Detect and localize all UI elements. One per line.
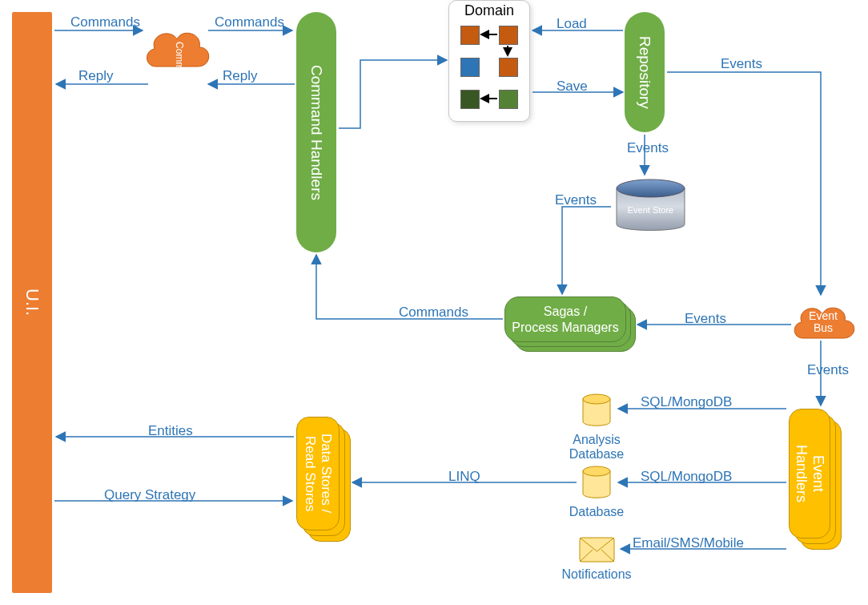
edge-load: Load	[557, 16, 587, 32]
node-analysis-db-label: Analysis Database	[545, 433, 649, 462]
arrows-overlay	[0, 0, 868, 605]
edge-commands-1: Commands	[70, 14, 140, 30]
node-domain-title: Domain	[449, 1, 529, 19]
node-command-handlers-label: Command Handlers	[307, 65, 325, 200]
edge-query-strategy: Query Strategy	[104, 487, 195, 503]
diagram-canvas: U.I. Command Bus Command Handlers Domain	[0, 0, 868, 605]
edge-events-bus-down: Events	[807, 362, 849, 378]
edge-events-repo-out: Events	[721, 56, 762, 72]
node-analysis-db	[581, 393, 613, 429]
edge-linq: LINQ	[448, 469, 480, 485]
small-cylinder-icon	[581, 465, 613, 501]
edge-commands-2: Commands	[215, 14, 284, 30]
node-repository-label: Repository	[636, 36, 653, 109]
node-database	[581, 465, 613, 501]
node-notifications-label: Notifications	[557, 567, 637, 582]
node-data-stores-label: Data Stores / Read Stores	[302, 434, 334, 513]
edge-events-bus-sagas: Events	[685, 311, 726, 327]
node-event-store-label: Event Store	[628, 205, 673, 215]
edge-reply-1: Reply	[78, 68, 113, 84]
node-command-bus-label: Command Bus	[151, 42, 207, 108]
domain-arrows	[449, 19, 529, 115]
node-domain: Domain	[448, 0, 530, 122]
node-data-stores: Data Stores / Read Stores	[296, 417, 352, 541]
edge-email: Email/SMS/Mobile	[633, 535, 744, 551]
svg-point-5	[583, 466, 610, 476]
edge-sql1: SQL/MongoDB	[641, 394, 732, 410]
node-sagas: Sagas / Process Managers	[504, 296, 633, 353]
node-database-label: Database	[565, 505, 629, 519]
edge-commands-sagas: Commands	[399, 305, 468, 321]
node-event-store: Event Store	[613, 176, 689, 236]
node-event-handlers-label: Event Handlers	[793, 445, 826, 502]
cylinder-icon: Event Store	[613, 176, 689, 236]
node-notifications	[579, 537, 615, 563]
node-command-handlers: Command Handlers	[296, 12, 336, 252]
edge-sql2: SQL/MongoDB	[641, 469, 732, 485]
node-sagas-label: Sagas / Process Managers	[512, 304, 618, 334]
svg-point-4	[583, 394, 610, 404]
edge-events-repo-down: Events	[627, 140, 669, 156]
edge-save: Save	[557, 79, 588, 95]
envelope-icon	[579, 537, 615, 563]
domain-grid	[449, 19, 529, 115]
node-ui: U.I.	[12, 12, 52, 593]
node-ui-label: U.I.	[22, 288, 42, 316]
edge-events-store-out: Events	[555, 192, 597, 208]
node-event-bus-label: Event Bus	[799, 310, 847, 335]
edge-reply-2: Reply	[223, 68, 257, 84]
node-repository: Repository	[625, 12, 665, 132]
svg-point-3	[617, 179, 685, 197]
node-event-handlers: Event Handlers	[789, 409, 845, 553]
small-cylinder-icon	[581, 393, 613, 429]
edge-entities: Entities	[148, 423, 193, 439]
